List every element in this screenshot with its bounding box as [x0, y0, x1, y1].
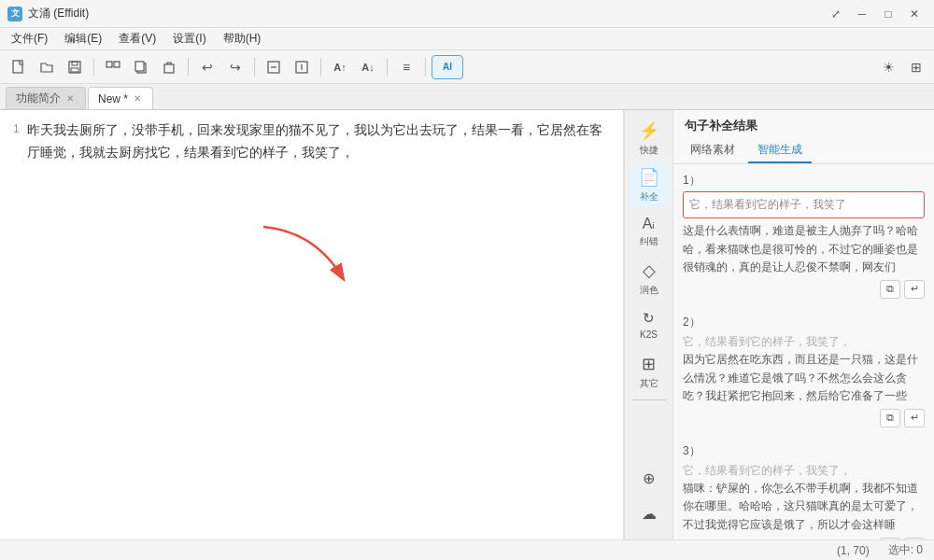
sidebar-panel: 句子补全结果 网络素材 智能生成 1） 它，结果看到它的样子，我笑了 这是什么表…	[673, 110, 934, 539]
icon-bar-k2s[interactable]: ↻ K2S	[629, 302, 670, 347]
tab-new[interactable]: New * ✕	[88, 87, 153, 109]
quick-label: 快捷	[640, 144, 658, 157]
toolbar-save[interactable]	[62, 55, 88, 79]
icon-bar-complete[interactable]: 📄 补全	[629, 162, 670, 207]
menu-help[interactable]: 帮助(H)	[216, 29, 269, 49]
result-3-insert[interactable]: ↵	[904, 538, 925, 539]
icon-bar-bottom: ⊕ ☁	[629, 461, 670, 534]
status-position: (1, 70)	[837, 544, 870, 557]
sidebar-content: 1） 它，结果看到它的样子，我笑了 这是什么表情啊，难道是被主人抛弃了吗？哈哈哈…	[673, 164, 934, 539]
other-label: 其它	[640, 377, 658, 390]
title-bar: 文 文涌 (Effidit) ⤢ ─ □ ✕	[0, 0, 934, 28]
correct-icon: Aᵢ	[643, 215, 656, 232]
polish-icon: ◇	[643, 260, 656, 281]
k2s-icon: ↻	[643, 310, 655, 327]
panel-title: 句子补全结果	[673, 110, 934, 138]
icon-bar: ⚡ 快捷 📄 补全 Aᵢ 纠错 ◇ 润色 ↻ K2S ⊞ 其它 ⊕	[624, 110, 672, 539]
red-arrow	[259, 222, 352, 297]
result-item-2: 2） 它，结果看到它的样子，我笑了， 因为它居然在吃东西，而且还是一只猫，这是什…	[683, 314, 925, 427]
tab-intro[interactable]: 功能简介 ✕	[6, 87, 86, 109]
icon-bar-correct[interactable]: Aᵢ 纠错	[629, 209, 670, 254]
result-3-num: 3）	[683, 442, 925, 460]
result-3-copy[interactable]: ⧉	[880, 538, 900, 539]
cloud-icon: ☁	[642, 505, 657, 523]
expand-button[interactable]: ⤢	[824, 5, 848, 23]
editor-line-1: 1 昨天我去厕所了，没带手机，回来发现家里的猫不见了，我以为它出去玩了，结果一看…	[13, 119, 610, 164]
editor-content[interactable]: 昨天我去厕所了，没带手机，回来发现家里的猫不见了，我以为它出去玩了，结果一看，它…	[27, 119, 610, 164]
other-icon: ⊞	[642, 354, 656, 374]
result-1-text: 这是什么表情啊，难道是被主人抛弃了吗？哈哈哈，看来猫咪也是很可怜的，不过它的睡姿…	[683, 222, 925, 276]
menu-view[interactable]: 查看(V)	[111, 29, 163, 49]
toolbar-sep-2	[188, 58, 189, 77]
restore-button[interactable]: □	[876, 5, 900, 23]
svg-rect-5	[114, 62, 120, 67]
tab-new-label: New *	[98, 92, 128, 105]
result-item-3: 3） 它，结果看到它的样子，我笑了， 猫咪：铲屎的，你怎么不带手机啊，我都不知道…	[683, 442, 925, 539]
toolbar-sep-3	[254, 58, 255, 77]
sidebar-tab-ai[interactable]: 智能生成	[748, 138, 812, 163]
svg-rect-3	[71, 68, 78, 72]
tab-intro-label: 功能简介	[16, 91, 61, 106]
polish-label: 润色	[640, 284, 658, 297]
menu-bar: 文件(F) 编辑(E) 查看(V) 设置(I) 帮助(H)	[0, 28, 934, 50]
line-number: 1	[13, 119, 20, 138]
toolbar-right: ☀ ⊞	[876, 55, 928, 79]
k2s-label: K2S	[640, 329, 658, 340]
toolbar-sep-1	[93, 58, 94, 77]
window-controls: ⤢ ─ □ ✕	[824, 5, 927, 23]
app-title: 文涌 (Effidit)	[28, 6, 89, 21]
result-3-text: 猫咪：铲屎的，你怎么不带手机啊，我都不知道你在哪里。哈哈哈，这只猫咪真的是太可爱…	[683, 480, 925, 534]
sidebar-tab-web[interactable]: 网络素材	[681, 138, 744, 163]
result-1-highlight: 它，结果看到它的样子，我笑了	[683, 191, 925, 218]
toolbar: ↩ ↪ A↑ A↓ ≡ AI ☀ ⊞	[0, 50, 934, 84]
toolbar-format1[interactable]	[261, 55, 287, 79]
icon-bar-polish[interactable]: ◇ 润色	[629, 256, 670, 301]
icon-bar-add[interactable]: ⊕	[629, 461, 670, 495]
result-2-text: 因为它居然在吃东西，而且还是一只猫，这是什么情况？难道它是饿了吗？不然怎么会这么…	[683, 351, 925, 405]
toolbar-format2[interactable]	[289, 55, 315, 79]
icon-bar-cloud[interactable]: ☁	[629, 497, 670, 530]
complete-label: 补全	[640, 190, 658, 203]
svg-rect-7	[135, 62, 144, 71]
toolbar-sun-icon[interactable]: ☀	[876, 55, 900, 79]
menu-settings[interactable]: 设置(I)	[165, 29, 213, 49]
add-icon: ⊕	[643, 469, 655, 487]
icon-bar-other[interactable]: ⊞ 其它	[629, 349, 670, 394]
toolbar-copy[interactable]	[128, 55, 154, 79]
quick-icon: ⚡	[639, 120, 659, 141]
status-bar: (1, 70) 选中: 0	[0, 539, 934, 560]
result-2-copy[interactable]: ⧉	[880, 409, 900, 427]
main-area: 1 昨天我去厕所了，没带手机，回来发现家里的猫不见了，我以为它出去玩了，结果一看…	[0, 110, 934, 539]
minimize-button[interactable]: ─	[850, 5, 874, 23]
result-1-insert[interactable]: ↵	[904, 280, 925, 299]
editor-area[interactable]: 1 昨天我去厕所了，没带手机，回来发现家里的猫不见了，我以为它出去玩了，结果一看…	[0, 110, 624, 539]
menu-edit[interactable]: 编辑(E)	[57, 29, 109, 49]
toolbar-font-dec[interactable]: A↓	[355, 55, 381, 79]
toolbar-sep-4	[320, 58, 321, 77]
result-2-insert[interactable]: ↵	[904, 409, 925, 427]
toolbar-redo[interactable]: ↪	[222, 55, 248, 79]
tab-intro-close[interactable]: ✕	[64, 92, 76, 105]
toolbar-open[interactable]	[34, 55, 60, 79]
complete-icon: 📄	[639, 167, 659, 188]
icon-bar-quick[interactable]: ⚡ 快捷	[629, 116, 670, 161]
result-1-copy[interactable]: ⧉	[880, 280, 900, 299]
tab-bar: 功能简介 ✕ New * ✕	[0, 84, 934, 110]
app-icon: 文	[7, 7, 22, 21]
result-1-actions: ⧉ ↵	[683, 280, 925, 299]
toolbar-new[interactable]	[6, 55, 32, 79]
toolbar-list[interactable]: ≡	[393, 55, 419, 79]
toolbar-font-inc[interactable]: A↑	[327, 55, 353, 79]
result-1-num: 1）	[683, 172, 925, 189]
toolbar-paste[interactable]	[156, 55, 182, 79]
sidebar-tabs: 网络素材 智能生成	[673, 138, 934, 164]
toolbar-undo[interactable]: ↩	[194, 55, 220, 79]
tab-new-close[interactable]: ✕	[132, 92, 143, 105]
toolbar-sep-6	[425, 58, 426, 77]
toolbar-ai[interactable]: AI	[432, 55, 463, 79]
menu-file[interactable]: 文件(F)	[4, 29, 55, 49]
toolbar-cut[interactable]	[100, 55, 126, 79]
close-button[interactable]: ✕	[902, 5, 927, 23]
title-bar-left: 文 文涌 (Effidit)	[7, 6, 89, 21]
toolbar-grid-icon[interactable]: ⊞	[904, 55, 928, 79]
